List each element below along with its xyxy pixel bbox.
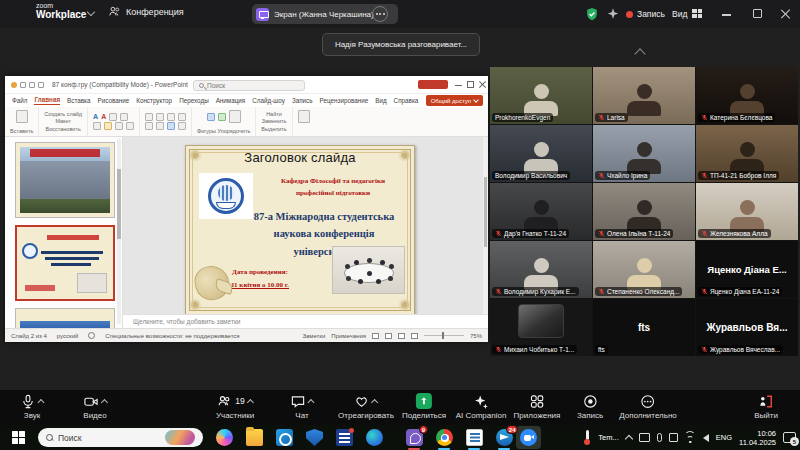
slide-title-placeholder[interactable]: Заголовок слайда [186,150,414,165]
taskbar-search-box[interactable]: Поиск [38,428,203,447]
record-button[interactable]: Запись [577,393,603,420]
ppt-slides-group[interactable]: Создать слайд Макет Восстановить [39,107,88,136]
view-button-label[interactable]: Вид [672,9,687,19]
ai-companion-button[interactable]: AI Companion [456,393,507,420]
taskbar-clock[interactable]: 10:06 11.04.2025 [739,429,776,447]
ppt-tab-home[interactable]: Главная [34,96,60,105]
outlook-icon[interactable] [276,429,293,446]
video-tile-hnatko[interactable]: Дар'я Гнатко Т-11-24 [490,183,592,240]
notes-toggle[interactable]: Заметки [302,333,325,339]
video-tile-zhuravlov-camera-off[interactable]: Журавльов Вя... Журавльов Вячеслав... [696,299,798,356]
security-app-icon[interactable] [306,429,323,446]
file-explorer-icon[interactable] [246,429,263,446]
video-tile-larisa[interactable]: Larisa [593,67,695,124]
ppt-search-box[interactable]: Поиск [193,80,305,91]
language-switcher[interactable]: ENG [716,433,732,442]
video-tile-kukharyk[interactable]: Володимир Кухарик Е... [490,241,592,298]
edge-icon[interactable] [366,429,383,446]
ppt-share-button[interactable]: Общий доступ [426,95,483,106]
chevron-up-icon[interactable] [371,399,378,406]
more-button[interactable]: Дополнительно [619,393,677,420]
zoom-app-icon[interactable] [520,429,537,446]
reading-view-icon[interactable] [398,333,405,339]
video-button[interactable]: Видео [83,393,107,420]
ppt-tab-design[interactable]: Конструктор [136,97,172,104]
ppt-tab-file[interactable]: Файл [12,97,27,104]
video-tile-fts-camera-off[interactable]: fts fts [593,299,695,356]
apps-button[interactable]: Приложения [514,393,561,420]
video-tile-yatsenko-camera-off[interactable]: Яценко Діана Е... Яценко Діана ЕА-11-24 [696,241,798,298]
video-tile-belevtsova[interactable]: Катерина Бєлєвцова [696,67,798,124]
ppt-vertical-scrollbar[interactable] [483,137,488,314]
slide-thumbnail-1[interactable]: 1 [15,142,115,218]
notification-center-icon[interactable]: 5 [783,432,796,443]
video-tile-bobrov[interactable]: ТП-41-21 Бобров Ілля [696,125,798,182]
slideshow-icon[interactable] [411,333,418,339]
video-tile-zhelezniakova[interactable]: Железнякова Алла [696,183,798,240]
ppt-paste-button[interactable]: Вставить [5,107,39,136]
chevron-up-icon[interactable] [101,399,108,406]
ppt-close-icon[interactable] [479,81,486,88]
speaker-icon[interactable] [703,434,709,442]
ppt-tab-animations[interactable]: Анимация [216,97,246,104]
ppt-tab-record[interactable]: Запись [292,97,313,104]
ppt-tab-view[interactable]: Вид [375,97,386,104]
security-shield-icon[interactable] [585,7,599,21]
ppt-tab-slideshow[interactable]: Слайд-шоу [252,97,285,104]
ppt-quick-access-toolbar[interactable] [11,82,44,88]
slide-department-text[interactable]: Кафедра Філософії та педагогіки професій… [258,176,408,200]
video-tile-chkhailo[interactable]: Чхайло Ірина [593,125,695,182]
chat-button[interactable]: Чат [291,393,314,420]
ppt-minimize-icon[interactable] [455,85,462,86]
chevron-up-icon[interactable] [307,399,314,406]
document-app-icon[interactable] [466,429,483,446]
react-button[interactable]: Отреагировать [338,393,394,420]
share-screen-button[interactable]: Поделиться [402,393,446,420]
mail-app-icon[interactable] [336,429,353,446]
ppt-shapes-group[interactable]: Фигуры Упорядочить [192,107,256,136]
ppt-font-group[interactable]: АА [88,107,140,136]
tray-expand-icon[interactable] [625,434,633,442]
ppt-tab-draw[interactable]: Рисование [98,97,130,104]
video-tile-stepanenko[interactable]: Степаненко Олександ... [593,241,695,298]
minimize-icon[interactable] [722,14,731,16]
maximize-icon[interactable] [753,9,762,18]
leave-button[interactable]: Выйти [754,393,778,420]
ppt-tab-insert[interactable]: Вставка [67,97,90,104]
participants-button[interactable]: 19 Участники [216,393,254,420]
display-tray-icon[interactable] [639,433,650,442]
view-layout-icon[interactable] [692,9,702,18]
video-tile-chobitko-avatar[interactable]: Михаил Чобитько Т-1... [490,299,592,356]
ppt-tab-help[interactable]: Справка [394,97,419,104]
workspace-chevron-icon[interactable] [87,8,95,16]
wifi-icon[interactable] [685,433,696,442]
screen-share-options-button[interactable] [372,6,388,22]
copilot-icon[interactable] [216,429,233,446]
ppt-editing-group[interactable]: Найти Заменить Выделить [256,107,292,136]
normal-view-icon[interactable] [372,333,379,339]
chevron-up-icon[interactable] [247,399,254,406]
comments-toggle[interactable]: Примечания [331,333,366,339]
chevron-up-icon[interactable] [37,399,44,406]
close-icon[interactable] [781,8,791,18]
slide-thumbnail-2-selected[interactable]: 2 [15,225,115,301]
ppt-tab-transitions[interactable]: Переходы [179,97,209,104]
slide-sorter-icon[interactable] [385,333,392,339]
ppt-notes-pane[interactable]: Щелкните, чтобы добавить заметки [123,314,488,328]
thumbnails-scrollbar[interactable] [117,139,121,324]
ppt-maximize-icon[interactable] [467,81,474,88]
weather-widget-label[interactable]: Tem... [598,433,618,442]
battery-tray-icon[interactable] [669,433,678,442]
ai-companion-icon[interactable] [606,7,620,21]
video-tile-volodymyr-v[interactable]: Володимир Васильович [490,125,592,182]
telegram-icon[interactable]: 24 [496,429,513,446]
zoom-percentage[interactable]: 75% [470,333,482,339]
tab-conference[interactable]: Конференция [108,6,184,17]
weather-widget-icon[interactable] [583,430,591,445]
viber-icon[interactable]: 9 [406,429,423,446]
ppt-designer-button[interactable] [293,107,315,136]
language-indicator[interactable]: русский [57,333,79,339]
slide-editor[interactable]: Заголовок слайда Кафедра Філософії та пе… [185,145,415,315]
gallery-collapse-icon[interactable] [634,48,645,59]
ppt-tab-review[interactable]: Рецензирование [320,97,369,104]
